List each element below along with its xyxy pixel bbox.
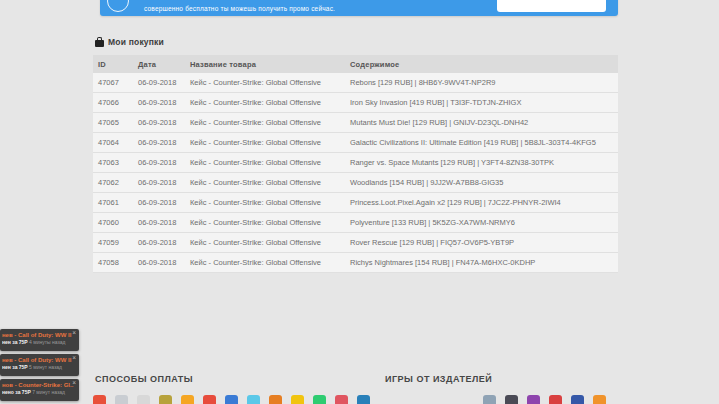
- cell-date: 06-09-2018: [133, 73, 185, 93]
- cell-date: 06-09-2018: [133, 233, 185, 253]
- toast-price-text: нен за 75Р: [2, 364, 28, 370]
- payment-method-icon[interactable]: [203, 395, 216, 404]
- publisher-icons-row: [483, 395, 606, 404]
- publisher-icon[interactable]: [571, 395, 584, 404]
- cell-date: 06-09-2018: [133, 213, 185, 233]
- cell-date: 06-09-2018: [133, 153, 185, 173]
- table-row: 4706606-09-2018Кейс - Counter-Strike: Gl…: [93, 93, 618, 113]
- cell-product: Кейс - Counter-Strike: Global Offensive: [185, 173, 345, 193]
- cell-date: 06-09-2018: [133, 113, 185, 133]
- cell-id: 47063: [93, 153, 133, 173]
- promo-banner-text: совершенно бесплатно ты можешь получить …: [144, 5, 335, 12]
- payment-method-icon[interactable]: [291, 395, 304, 404]
- payment-method-icon[interactable]: [357, 395, 370, 404]
- table-header-row: ID Дата Название товара Содержимое: [93, 55, 618, 73]
- purchase-toast: нев - Call of Duty: WW II×нен за 75Р 5 м…: [0, 354, 79, 376]
- publisher-icon[interactable]: [593, 395, 606, 404]
- table-row: 4706206-09-2018Кейс - Counter-Strike: Gl…: [93, 173, 618, 193]
- close-icon[interactable]: ×: [72, 330, 76, 337]
- cell-product: Кейс - Counter-Strike: Global Offensive: [185, 193, 345, 213]
- cell-contents: Galactic Civilizations II: Ultimate Edit…: [345, 133, 618, 153]
- toast-subtitle: нен за 75Р 4 минуты назад: [2, 339, 75, 346]
- cell-contents: Richys Nightmares [154 RUB] | FN47A-M6HX…: [345, 253, 618, 273]
- cell-id: 47059: [93, 233, 133, 253]
- payment-method-icon[interactable]: [269, 395, 282, 404]
- promo-banner-button[interactable]: [497, 0, 606, 12]
- toast-time-text: 7 минут назад: [31, 389, 65, 395]
- close-icon[interactable]: ×: [72, 380, 76, 387]
- cell-date: 06-09-2018: [133, 173, 185, 193]
- table-row: 4705906-09-2018Кейс - Counter-Strike: Gl…: [93, 233, 618, 253]
- cell-id: 47061: [93, 193, 133, 213]
- cell-contents: Polyventure [133 RUB] | 5K5ZG-XA7WM-NRMY…: [345, 213, 618, 233]
- cell-contents: Princess.Loot.Pixel.Again x2 [129 RUB] |…: [345, 193, 618, 213]
- toast-title: нев - Call of Duty: WW II: [2, 332, 75, 339]
- cell-date: 06-09-2018: [133, 193, 185, 213]
- payment-method-icon[interactable]: [93, 395, 106, 404]
- toast-title: нов - Counter-Strike: Gl..: [2, 382, 75, 389]
- cell-product: Кейс - Counter-Strike: Global Offensive: [185, 133, 345, 153]
- payment-method-icon[interactable]: [159, 395, 172, 404]
- column-header-contents: Содержимое: [345, 55, 618, 73]
- payment-method-icon[interactable]: [313, 395, 326, 404]
- cell-id: 47067: [93, 73, 133, 93]
- table-row: 4706506-09-2018Кейс - Counter-Strike: Gl…: [93, 113, 618, 133]
- purchases-table-body: 4706706-09-2018Кейс - Counter-Strike: Gl…: [93, 73, 618, 273]
- payment-method-icon[interactable]: [335, 395, 348, 404]
- table-row: 4706306-09-2018Кейс - Counter-Strike: Gl…: [93, 153, 618, 173]
- table-row: 4706706-09-2018Кейс - Counter-Strike: Gl…: [93, 73, 618, 93]
- toast-time-text: 5 минут назад: [28, 364, 62, 370]
- promo-circle-icon: [107, 0, 129, 12]
- publisher-icon[interactable]: [483, 395, 496, 404]
- cell-product: Кейс - Counter-Strike: Global Offensive: [185, 253, 345, 273]
- close-icon[interactable]: ×: [72, 355, 76, 362]
- toast-price-text: нен за 75Р: [2, 339, 28, 345]
- cell-id: 47066: [93, 93, 133, 113]
- column-header-date: Дата: [133, 55, 185, 73]
- purchase-toast: нов - Counter-Strike: Gl..×нено за 75Р 7…: [0, 379, 79, 401]
- purchase-toast: нев - Call of Duty: WW II×нен за 75Р 4 м…: [0, 329, 79, 351]
- payment-method-icon[interactable]: [247, 395, 260, 404]
- toast-time-text: 4 минуты назад: [28, 339, 66, 345]
- cell-contents: Ranger vs. Space Mutants [129 RUB] | Y3F…: [345, 153, 618, 173]
- cell-contents: Rover Rescue [129 RUB] | FIQ57-OV6P5-YBT…: [345, 233, 618, 253]
- cell-product: Кейс - Counter-Strike: Global Offensive: [185, 113, 345, 133]
- purchases-header: Мои покупки: [95, 36, 164, 48]
- toast-price-text: нено за 75Р: [2, 389, 31, 395]
- shopping-bag-icon: [95, 40, 104, 47]
- cell-product: Кейс - Counter-Strike: Global Offensive: [185, 153, 345, 173]
- payment-method-icon[interactable]: [115, 395, 128, 404]
- cell-contents: Rebons [129 RUB] | 8HB6Y-9WV4T-NP2R9: [345, 73, 618, 93]
- cell-id: 47060: [93, 213, 133, 233]
- cell-contents: Woodlands [154 RUB] | 9JJ2W-A7BB8-GIG35: [345, 173, 618, 193]
- column-header-id: ID: [93, 55, 133, 73]
- payment-method-icon[interactable]: [181, 395, 194, 404]
- publisher-icon[interactable]: [549, 395, 562, 404]
- cell-date: 06-09-2018: [133, 253, 185, 273]
- cell-contents: Mutants Must Die! [129 RUB] | GNIJV-D23Q…: [345, 113, 618, 133]
- cell-product: Кейс - Counter-Strike: Global Offensive: [185, 213, 345, 233]
- toast-subtitle: нен за 75Р 5 минут назад: [2, 364, 75, 371]
- publisher-icon[interactable]: [527, 395, 540, 404]
- payment-method-icon[interactable]: [137, 395, 150, 404]
- table-row: 4706106-09-2018Кейс - Counter-Strike: Gl…: [93, 193, 618, 213]
- cell-id: 47065: [93, 113, 133, 133]
- table-row: 4706406-09-2018Кейс - Counter-Strike: Gl…: [93, 133, 618, 153]
- publisher-icon[interactable]: [505, 395, 518, 404]
- cell-date: 06-09-2018: [133, 133, 185, 153]
- cell-id: 47062: [93, 173, 133, 193]
- cell-product: Кейс - Counter-Strike: Global Offensive: [185, 233, 345, 253]
- cell-product: Кейс - Counter-Strike: Global Offensive: [185, 93, 345, 113]
- payment-method-icon[interactable]: [225, 395, 238, 404]
- publishers-section-title: ИГРЫ ОТ ИЗДАТЕЛЕЙ: [385, 374, 492, 384]
- toast-title: нев - Call of Duty: WW II: [2, 357, 75, 364]
- payments-section-title: СПОСОБЫ ОПЛАТЫ: [95, 374, 193, 384]
- promo-banner: совершенно бесплатно ты можешь получить …: [100, 0, 618, 16]
- purchases-table: ID Дата Название товара Содержимое 47067…: [93, 55, 618, 273]
- cell-product: Кейс - Counter-Strike: Global Offensive: [185, 73, 345, 93]
- column-header-product: Название товара: [185, 55, 345, 73]
- cell-id: 47058: [93, 253, 133, 273]
- cell-date: 06-09-2018: [133, 93, 185, 113]
- toast-subtitle: нено за 75Р 7 минут назад: [2, 389, 75, 396]
- table-row: 4706006-09-2018Кейс - Counter-Strike: Gl…: [93, 213, 618, 233]
